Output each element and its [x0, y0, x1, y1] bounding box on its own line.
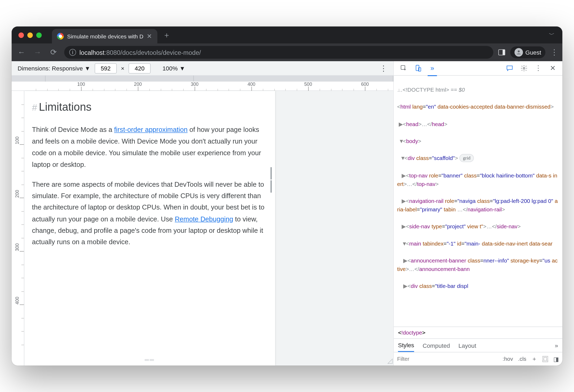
page-scrollbar[interactable]: [271, 167, 273, 193]
device-toolbar: Dimensions: Responsive ▼ × 100% ▼ ⋮: [12, 61, 393, 75]
site-info-icon[interactable]: i: [69, 49, 76, 56]
devtools-toolbar: » ⋮ ✕: [394, 61, 562, 75]
width-input[interactable]: [95, 63, 117, 73]
computed-sidebar-icon[interactable]: ⿴: [542, 355, 548, 362]
rendering-sidebar-icon[interactable]: ◨: [553, 355, 559, 362]
tab-layout[interactable]: Layout: [459, 342, 476, 349]
chevron-down-icon: ▼: [180, 65, 185, 72]
side-panel-icon[interactable]: [498, 49, 505, 55]
elements-overflow-icon[interactable]: »: [426, 62, 439, 75]
height-input[interactable]: [129, 63, 151, 73]
fullscreen-window-button[interactable]: [36, 32, 42, 38]
cls-button[interactable]: .cls: [518, 356, 526, 362]
devtools-close-icon[interactable]: ✕: [546, 62, 559, 75]
link-remote-debugging[interactable]: Remote Debugging: [175, 215, 233, 222]
window-controls: [19, 32, 42, 38]
new-tab-button[interactable]: ＋: [161, 29, 173, 41]
device-mode-pane: Dimensions: Responsive ▼ × 100% ▼ ⋮ 1002…: [12, 61, 394, 366]
svg-point-4: [523, 67, 525, 69]
grid-badge[interactable]: grid: [460, 154, 474, 162]
device-toolbar-more-icon[interactable]: ⋮: [380, 64, 387, 73]
dimensions-dropdown[interactable]: Dimensions: Responsive ▼: [17, 65, 90, 72]
horizontal-ruler: 100200300400500600: [12, 82, 393, 91]
guest-avatar-icon: [514, 48, 523, 57]
device-viewport: #Limitations Think of Device Mode as a f…: [24, 91, 393, 366]
back-button[interactable]: ←: [16, 48, 27, 57]
chrome-favicon-icon: [57, 33, 64, 40]
hov-button[interactable]: :hov: [503, 356, 513, 362]
window-tabstrip: Simulate mobile devices with D ✕ ＋ ﹀: [12, 26, 562, 43]
feedback-icon[interactable]: [503, 62, 516, 75]
forward-button[interactable]: →: [32, 48, 43, 57]
tab-computed[interactable]: Computed: [423, 342, 450, 349]
new-style-rule-icon[interactable]: ＋: [531, 355, 537, 363]
omnibox[interactable]: i localhost:8080/docs/devtools/device-mo…: [64, 46, 493, 59]
styles-toolbar: :hov .cls ＋ ⿴ ◨: [394, 352, 562, 366]
zoom-dropdown[interactable]: 100% ▼: [163, 65, 185, 72]
simulated-page[interactable]: #Limitations Think of Device Mode as a f…: [24, 91, 275, 366]
page-heading: #Limitations: [32, 98, 268, 117]
vertical-ruler: 100200300400: [12, 91, 24, 366]
breakpoints-bar[interactable]: [12, 76, 393, 82]
devtools-pane: » ⋮ ✕ …<!DOCTYPE html> == $0 <html lang=…: [394, 61, 562, 366]
styles-overflow-icon[interactable]: »: [555, 342, 558, 349]
tab-styles[interactable]: Styles: [398, 339, 414, 352]
chrome-menu-button[interactable]: ⋮: [550, 48, 558, 57]
navbar: ← → ⟳ i localhost:8080/docs/devtools/dev…: [12, 43, 562, 61]
dimension-times: ×: [121, 65, 124, 72]
svg-point-0: [518, 50, 519, 52]
minimize-window-button[interactable]: [27, 32, 33, 38]
close-window-button[interactable]: [19, 32, 24, 38]
tab-title: Simulate mobile devices with D: [67, 33, 144, 39]
url-host: localhost: [79, 49, 105, 56]
profile-badge[interactable]: Guest: [510, 46, 545, 58]
styles-filter-input[interactable]: [397, 356, 431, 362]
tab-close-icon[interactable]: ✕: [147, 32, 152, 40]
elements-dom-tree[interactable]: …<!DOCTYPE html> == $0 <html lang="en" d…: [394, 76, 562, 327]
browser-tab[interactable]: Simulate mobile devices with D ✕: [52, 29, 157, 43]
url-port: :8080: [105, 49, 120, 56]
tabs-overflow-button[interactable]: ﹀: [549, 31, 555, 39]
settings-gear-icon[interactable]: [517, 62, 530, 75]
corner-resize-handle[interactable]: ◿: [387, 357, 392, 364]
breadcrumb[interactable]: <!doctype>: [394, 327, 562, 338]
height-resize-handle[interactable]: ══: [24, 354, 275, 366]
paragraph: There are some aspects of mobile devices…: [32, 179, 268, 248]
chevron-down-icon: ▼: [84, 65, 90, 72]
guest-label: Guest: [525, 49, 541, 56]
url-path: /docs/devtools/device-mode/: [120, 49, 201, 56]
link-first-order[interactable]: first-order approximation: [114, 126, 187, 133]
toggle-device-toolbar-icon[interactable]: [411, 62, 424, 75]
devtools-more-icon[interactable]: ⋮: [532, 62, 545, 75]
heading-anchor-icon[interactable]: #: [32, 102, 37, 113]
paragraph: Think of Device Mode as a first-order ap…: [32, 124, 268, 170]
styles-tabs: Styles Computed Layout »: [394, 338, 562, 352]
inspect-element-icon[interactable]: [397, 62, 410, 75]
reload-button[interactable]: ⟳: [48, 48, 59, 57]
